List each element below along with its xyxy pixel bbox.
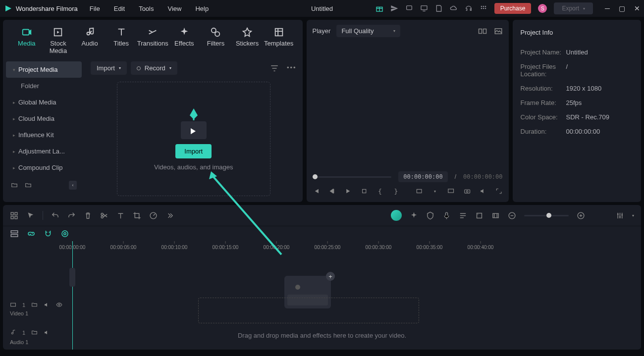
- export-button[interactable]: Export▾: [554, 2, 593, 14]
- sidebar-item-cloud-media[interactable]: ▸Cloud Media: [6, 110, 82, 127]
- maximize-button[interactable]: ▢: [619, 4, 625, 12]
- playhead[interactable]: [72, 241, 73, 350]
- speed-icon[interactable]: [149, 211, 158, 220]
- svg-point-28: [101, 216, 103, 218]
- sidebar-item-influence-kit[interactable]: ▸Influence Kit: [6, 127, 82, 143]
- folder-icon[interactable]: [31, 302, 38, 308]
- tab-filters[interactable]: Filters: [200, 24, 232, 57]
- menu-edit[interactable]: Edit: [114, 5, 125, 12]
- mixer-icon[interactable]: [616, 211, 624, 220]
- minimize-button[interactable]: ─: [605, 4, 610, 12]
- crop-icon[interactable]: [133, 211, 141, 220]
- tab-titles[interactable]: Titles: [106, 24, 137, 57]
- fullscreen-icon[interactable]: [495, 187, 502, 195]
- delete-icon[interactable]: [84, 211, 92, 220]
- sidebar-item-adjustment-la-[interactable]: ▸Adjustment La...: [6, 143, 82, 159]
- sidebar-item-global-media[interactable]: ▸Global Media: [6, 94, 82, 110]
- mute-track-icon[interactable]: [44, 302, 50, 308]
- timeline-ruler[interactable]: 00:00:00:0000:00:05:0000:00:10:0000:00:1…: [72, 241, 641, 255]
- svg-point-41: [64, 233, 66, 235]
- auto-ripple-icon[interactable]: [60, 229, 69, 238]
- undo-icon[interactable]: [51, 211, 59, 220]
- list-icon[interactable]: [459, 211, 467, 220]
- track-dropzone[interactable]: [198, 298, 419, 323]
- import-button[interactable]: Import: [175, 144, 212, 158]
- sidebar-item-project-media[interactable]: ▾Project Media: [6, 61, 82, 78]
- tab-media[interactable]: Media: [11, 24, 43, 57]
- redo-icon[interactable]: [67, 211, 76, 220]
- device-icon[interactable]: [405, 4, 413, 12]
- folder-icon[interactable]: [31, 329, 38, 336]
- mark-in-icon[interactable]: {: [376, 187, 383, 195]
- new-folder-icon[interactable]: [11, 182, 18, 189]
- record-dropdown[interactable]: Record▾: [131, 61, 177, 75]
- render-icon[interactable]: [491, 211, 500, 220]
- folder-icon[interactable]: [25, 182, 32, 189]
- menu-help[interactable]: Help: [195, 5, 209, 12]
- mute-track-icon[interactable]: [44, 329, 50, 336]
- tab-stickers[interactable]: Stickers: [231, 24, 263, 57]
- apps-icon[interactable]: [480, 4, 487, 12]
- media-dropzone[interactable]: Import Videos, audios, and images: [117, 82, 270, 196]
- avatar[interactable]: S: [538, 4, 547, 13]
- sidebar-item-compound-clip[interactable]: ▸Compound Clip: [6, 159, 82, 176]
- split-icon[interactable]: [100, 211, 108, 220]
- gift-icon[interactable]: [376, 4, 383, 12]
- tab-audio[interactable]: Audio: [74, 24, 106, 57]
- more-icon[interactable]: •••: [287, 64, 297, 73]
- menu-view[interactable]: View: [167, 5, 181, 12]
- headset-icon[interactable]: [465, 4, 473, 12]
- add-clip-button[interactable]: +: [326, 272, 335, 281]
- compare-icon[interactable]: [478, 27, 487, 36]
- sidebar-item-folder[interactable]: Folder: [6, 78, 82, 94]
- tab-templates[interactable]: Templates: [263, 24, 295, 57]
- filter-icon[interactable]: [270, 64, 279, 73]
- svg-rect-1: [406, 6, 412, 10]
- seek-slider[interactable]: [313, 176, 392, 178]
- grid-icon[interactable]: [10, 211, 18, 220]
- picture-icon[interactable]: [494, 27, 503, 36]
- mic-icon[interactable]: [442, 211, 451, 220]
- aspect-icon[interactable]: [416, 187, 423, 195]
- text-icon[interactable]: [116, 211, 125, 220]
- zoom-in-icon[interactable]: [577, 211, 585, 220]
- visibility-icon[interactable]: [56, 302, 62, 308]
- mixer-chevron[interactable]: ▾: [632, 213, 634, 218]
- tab-stock-media[interactable]: Stock Media: [43, 24, 74, 57]
- tab-effects[interactable]: Effects: [168, 24, 200, 57]
- snapshot-icon[interactable]: [464, 187, 471, 195]
- purchase-button[interactable]: Purchase: [494, 3, 532, 14]
- menu-file[interactable]: File: [90, 5, 100, 12]
- prev-frame-icon[interactable]: [313, 187, 320, 195]
- marker-icon[interactable]: [475, 211, 483, 220]
- volume-icon[interactable]: [480, 187, 486, 195]
- mark-out-icon[interactable]: }: [392, 187, 399, 195]
- play-icon[interactable]: [344, 187, 351, 195]
- zoom-slider[interactable]: [524, 215, 569, 216]
- ai-icon[interactable]: [391, 210, 402, 221]
- tab-transitions[interactable]: Transitions: [137, 24, 168, 57]
- menu-tools[interactable]: Tools: [139, 5, 154, 12]
- link-icon[interactable]: [27, 229, 36, 238]
- sparkle-icon[interactable]: [410, 211, 418, 220]
- save-icon[interactable]: [435, 4, 443, 12]
- cursor-icon[interactable]: [26, 211, 35, 220]
- step-back-icon[interactable]: [328, 187, 335, 195]
- close-button[interactable]: ✕: [634, 4, 640, 12]
- display-icon[interactable]: [447, 187, 454, 195]
- import-dropdown[interactable]: Import▾: [91, 61, 127, 75]
- aspect-chevron[interactable]: ▾: [431, 187, 438, 195]
- magnet-icon[interactable]: [44, 229, 53, 238]
- collapse-sidebar-button[interactable]: ‹: [69, 181, 77, 190]
- shield-icon[interactable]: [426, 211, 434, 220]
- track-view-icon[interactable]: [10, 229, 19, 238]
- zoom-out-icon[interactable]: [508, 211, 516, 220]
- quality-select[interactable]: Full Quality▾: [336, 25, 400, 37]
- monitor-icon[interactable]: [420, 4, 428, 12]
- svg-rect-26: [15, 216, 17, 218]
- ruler-tick: 00:00:25:00: [315, 241, 341, 250]
- more-tools-icon[interactable]: [165, 211, 174, 220]
- send-icon[interactable]: [390, 4, 398, 12]
- cloud-icon[interactable]: [450, 4, 458, 12]
- stop-icon[interactable]: [361, 187, 368, 195]
